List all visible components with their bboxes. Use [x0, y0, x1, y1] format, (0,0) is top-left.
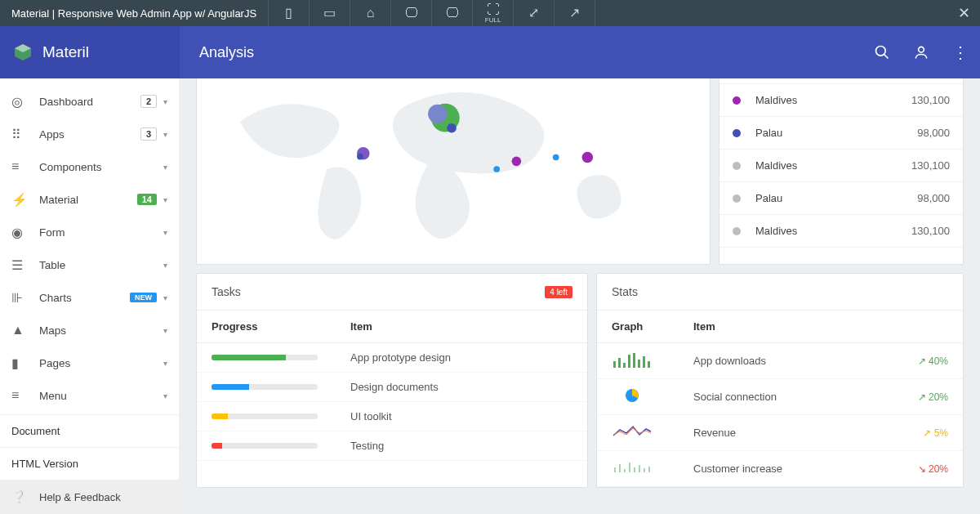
task-row[interactable]: Design documents — [197, 373, 587, 402]
svg-rect-19 — [648, 361, 650, 368]
device-desktop[interactable]: 🖵 — [391, 0, 432, 26]
user-icon[interactable] — [902, 33, 941, 72]
nav-icon: ▲ — [11, 323, 39, 337]
country-value: 130,100 — [911, 225, 950, 237]
search-icon[interactable] — [862, 33, 902, 72]
task-row[interactable]: UI toolkit — [197, 402, 587, 431]
nav-icon: ≡ — [11, 159, 39, 174]
country-name: Maldives — [755, 159, 911, 172]
sidebar: ◎Dashboard2▾⠿Apps3▾≡Components▾⚡Material… — [0, 78, 180, 514]
sidebar-item-form[interactable]: ◉Form▾ — [0, 216, 179, 248]
tasks-col-item: Item — [350, 320, 372, 333]
country-row[interactable]: Maldives130,100 — [719, 84, 963, 117]
country-value: 130,100 — [911, 94, 950, 106]
svg-rect-16 — [633, 353, 635, 368]
sparkline-icon — [612, 387, 693, 406]
task-item: App prototype design — [350, 351, 451, 364]
more-icon[interactable]: ⋮ — [941, 33, 980, 72]
world-map — [197, 78, 710, 264]
sidebar-item-apps[interactable]: ⠿Apps3▾ — [0, 118, 179, 150]
country-row[interactable]: Palau98,000 — [719, 182, 963, 215]
sidebar-link-document[interactable]: Document — [0, 414, 179, 447]
stat-item: Revenue — [693, 427, 923, 439]
nav-badge: 3 — [140, 127, 157, 141]
svg-point-8 — [493, 166, 500, 172]
nav-icon: ▮ — [11, 355, 39, 371]
country-row[interactable]: Palau98,000 — [719, 117, 963, 150]
country-row[interactable]: Maldives130,100 — [719, 215, 963, 248]
nav-badge: NEW — [130, 293, 157, 302]
sidebar-item-maps[interactable]: ▲Maps▾ — [0, 314, 179, 346]
stats-col-graph: Graph — [612, 320, 693, 333]
sparkline-icon — [612, 351, 693, 370]
country-dot-icon — [733, 194, 741, 203]
chevron-down-icon: ▾ — [163, 391, 167, 400]
sidebar-item-dashboard[interactable]: ◎Dashboard2▾ — [0, 85, 179, 118]
device-phone[interactable]: ▯ — [269, 0, 310, 26]
nav-label: Apps — [39, 128, 140, 141]
svg-point-4 — [428, 105, 447, 123]
svg-rect-18 — [643, 356, 645, 368]
country-name: Maldives — [755, 225, 911, 237]
brand-area[interactable]: Materil — [0, 26, 180, 78]
svg-point-11 — [582, 152, 594, 163]
tasks-left-badge: 4 left — [545, 286, 572, 298]
country-value: 130,100 — [911, 159, 950, 172]
sidebar-help[interactable]: ❔ Help & Feedback — [0, 480, 179, 514]
country-row[interactable]: Marshall Islands130,200 — [719, 78, 963, 84]
svg-point-10 — [553, 154, 559, 161]
stat-item: App downloads — [693, 355, 918, 367]
stats-title: Stats — [612, 285, 638, 298]
chevron-down-icon: ▾ — [163, 130, 167, 139]
chevron-down-icon: ▾ — [163, 326, 167, 335]
nav-label: Maps — [39, 324, 163, 337]
task-row[interactable]: Testing — [197, 431, 587, 461]
close-preview-icon[interactable]: ✕ — [947, 0, 980, 26]
task-item: UI toolkit — [350, 410, 392, 422]
task-row[interactable]: App prototype design — [197, 343, 587, 373]
sidebar-item-charts[interactable]: ⊪ChartsNEW▾ — [0, 281, 179, 314]
svg-point-0 — [876, 47, 886, 56]
country-name: Palau — [755, 127, 917, 139]
stat-row[interactable]: Social connection↗ 20% — [597, 379, 963, 415]
device-tablet[interactable]: ▭ — [310, 0, 350, 26]
tasks-title: Tasks — [212, 285, 241, 298]
progress-bar — [212, 413, 318, 419]
chevron-down-icon: ▾ — [163, 163, 167, 172]
device-laptop[interactable]: ⌂ — [350, 0, 391, 26]
sidebar-item-table[interactable]: ☰Table▾ — [0, 248, 179, 281]
device-preview-bar: Material | Responsive Web Admin App w/ A… — [0, 0, 980, 26]
nav-icon: ☰ — [11, 257, 39, 273]
task-item: Design documents — [350, 381, 439, 393]
stat-row[interactable]: Revenue↗ 5% — [597, 415, 963, 451]
stat-row[interactable]: App downloads↗ 40% — [597, 343, 963, 379]
device-wide[interactable]: 🖵 — [432, 0, 473, 26]
countries-list: Marshall Islands130,200Maldives130,100Pa… — [719, 78, 964, 265]
sidebar-link-html-version[interactable]: HTML Version — [0, 447, 179, 480]
device-full[interactable]: ⛶FULL — [473, 0, 514, 26]
country-dot-icon — [733, 162, 741, 170]
nav-label: Material — [39, 194, 137, 206]
device-fit[interactable]: ⤢ — [514, 0, 555, 26]
stat-pct: ↗ 20% — [918, 391, 948, 403]
page-title: Analysis — [199, 44, 254, 61]
country-dot-icon — [733, 227, 741, 235]
country-row[interactable]: Maldives130,100 — [719, 150, 963, 182]
brand-name: Materil — [42, 43, 89, 61]
content-area: Marshall Islands130,200Maldives130,100Pa… — [180, 78, 980, 514]
open-external-icon[interactable]: ↗ — [555, 0, 595, 26]
nav-label: Dashboard — [39, 96, 140, 108]
progress-bar — [212, 443, 318, 449]
sidebar-item-pages[interactable]: ▮Pages▾ — [0, 346, 179, 379]
country-value: 98,000 — [917, 127, 950, 139]
stat-row[interactable]: Customer increase↘ 20% — [597, 451, 963, 487]
tasks-panel: Tasks 4 left Progress Item App prototype… — [196, 273, 588, 488]
sidebar-item-components[interactable]: ≡Components▾ — [0, 150, 179, 183]
country-name: Maldives — [755, 94, 911, 106]
svg-point-5 — [447, 123, 457, 133]
progress-bar — [212, 384, 318, 390]
sidebar-item-material[interactable]: ⚡Material14▾ — [0, 183, 179, 216]
sidebar-item-menu[interactable]: ≡Menu▾ — [0, 379, 179, 412]
nav-icon: ◎ — [11, 94, 39, 110]
stats-panel: Stats Graph Item App downloads↗ 40%Socia… — [596, 273, 964, 488]
